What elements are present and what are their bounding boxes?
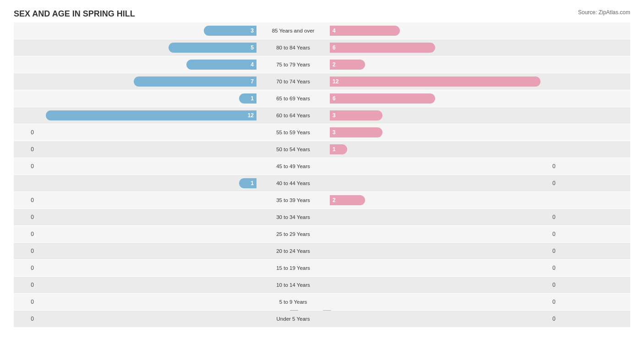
male-bar: 5 <box>169 43 257 53</box>
left-bar-container <box>37 161 257 171</box>
right-bar-container <box>330 178 550 188</box>
age-label: 75 to 79 Years <box>257 62 330 67</box>
left-bar-container <box>37 144 257 154</box>
female-val-inside: 2 <box>330 61 336 68</box>
chart-row: 0 35 to 39 Years 2 <box>14 192 630 208</box>
male-bar: 12 <box>46 110 257 120</box>
chart-row: 0 5 to 9 Years 0 <box>14 294 630 310</box>
left-value: 0 <box>14 231 37 237</box>
left-bar-container <box>37 280 257 290</box>
left-bar-container <box>37 246 257 256</box>
source-label: Source: ZipAtlas.com <box>578 9 630 16</box>
right-bar-container: 6 <box>330 43 550 53</box>
right-bar-container <box>330 280 550 290</box>
right-bar-container: 2 <box>330 60 550 70</box>
chart-row: 0 20 to 24 Years 0 <box>14 243 630 259</box>
left-bar-container <box>37 127 257 137</box>
left-bar-container <box>37 195 257 205</box>
chart-row: 3 85 Years and over 4 <box>14 22 630 39</box>
left-value: 0 <box>14 248 37 254</box>
right-bar-container: 3 <box>330 127 550 137</box>
age-label: 60 to 64 Years <box>257 113 330 118</box>
right-bar-container: 12 <box>330 77 550 87</box>
left-bar-container: 12 <box>37 110 257 120</box>
male-bar: 1 <box>239 178 257 188</box>
right-bar-container <box>330 229 550 239</box>
female-bar: 6 <box>330 93 435 104</box>
right-value: 0 <box>550 180 573 186</box>
age-label: 65 to 69 Years <box>257 96 330 101</box>
chart-row: 0 15 to 19 Years 0 <box>14 260 630 276</box>
age-label: 25 to 29 Years <box>257 231 330 237</box>
left-bar-container: 5 <box>37 43 257 53</box>
age-label: 15 to 19 Years <box>257 265 330 271</box>
left-value: 0 <box>14 282 37 288</box>
female-val-inside: 3 <box>330 129 336 136</box>
female-bar: 2 <box>330 60 365 70</box>
male-bar: 3 <box>204 26 257 36</box>
male-val-inside: 1 <box>251 180 257 186</box>
left-bar-container: 4 <box>37 60 257 70</box>
age-label: 35 to 39 Years <box>257 197 330 203</box>
age-label: 10 to 14 Years <box>257 282 330 288</box>
right-bar-container <box>330 161 550 171</box>
age-label: 45 to 49 Years <box>257 164 330 169</box>
right-value: 0 <box>550 231 573 237</box>
left-bar-container <box>37 314 257 324</box>
right-bar-container <box>330 297 550 307</box>
female-bar: 1 <box>330 144 347 154</box>
left-bar-container: 1 <box>37 178 257 188</box>
right-bar-container <box>330 212 550 222</box>
chart-row: 0 30 to 34 Years 0 <box>14 209 630 225</box>
chart-row: 1 65 to 69 Years 6 <box>14 90 630 107</box>
male-val-inside: 3 <box>251 27 257 34</box>
left-bar-container <box>37 297 257 307</box>
left-bar-container: 1 <box>37 93 257 104</box>
right-bar-container <box>330 314 550 324</box>
female-bar: 3 <box>330 127 382 137</box>
left-bar-container: 7 <box>37 77 257 87</box>
chart-row: 0 55 to 59 Years 3 <box>14 124 630 141</box>
male-val-inside: 7 <box>251 78 257 85</box>
female-val-inside: 12 <box>330 78 338 85</box>
male-val-inside: 1 <box>251 95 257 102</box>
chart-row: 5 80 to 84 Years 6 <box>14 39 630 56</box>
chart-row: 0 45 to 49 Years 0 <box>14 158 630 175</box>
female-val-inside: 6 <box>330 95 336 102</box>
right-bar-container <box>330 246 550 256</box>
chart-row: 0 10 to 14 Years 0 <box>14 277 630 293</box>
age-label: 55 to 59 Years <box>257 130 330 135</box>
age-label: 80 to 84 Years <box>257 45 330 50</box>
age-label: 5 to 9 Years <box>257 299 330 305</box>
age-label: 40 to 44 Years <box>257 180 330 186</box>
chart-container: SEX AND AGE IN SPRING HILL Source: ZipAt… <box>0 0 644 339</box>
female-bar: 3 <box>330 110 382 120</box>
age-label: 70 to 74 Years <box>257 79 330 84</box>
male-bar: 4 <box>186 60 257 70</box>
male-val-inside: 12 <box>248 112 257 119</box>
right-value: 0 <box>550 282 573 288</box>
right-bar-container: 4 <box>330 26 550 36</box>
chart-row: 4 75 to 79 Years 2 <box>14 56 630 73</box>
right-value: 0 <box>550 265 573 271</box>
chart-row: 1 40 to 44 Years 0 <box>14 175 630 191</box>
left-bar-container <box>37 263 257 273</box>
right-bar-container: 3 <box>330 110 550 120</box>
chart-row: 0 50 to 54 Years 1 <box>14 141 630 158</box>
left-value: 0 <box>14 197 37 203</box>
right-bar-container: 2 <box>330 195 550 205</box>
male-bar: 7 <box>134 77 257 87</box>
male-val-inside: 4 <box>251 61 257 68</box>
age-label: 50 to 54 Years <box>257 147 330 152</box>
female-val-inside: 2 <box>330 197 336 203</box>
right-bar-container: 6 <box>330 93 550 104</box>
female-val-inside: 3 <box>330 112 336 119</box>
left-bar-container <box>37 229 257 239</box>
female-bar: 4 <box>330 26 400 36</box>
right-value: 0 <box>550 299 573 305</box>
chart-row: 0 Under 5 Years 0 <box>14 311 630 327</box>
female-bar: 2 <box>330 195 365 205</box>
left-value: 0 <box>14 146 37 153</box>
left-bar-container: 3 <box>37 26 257 36</box>
left-value: 0 <box>14 299 37 305</box>
